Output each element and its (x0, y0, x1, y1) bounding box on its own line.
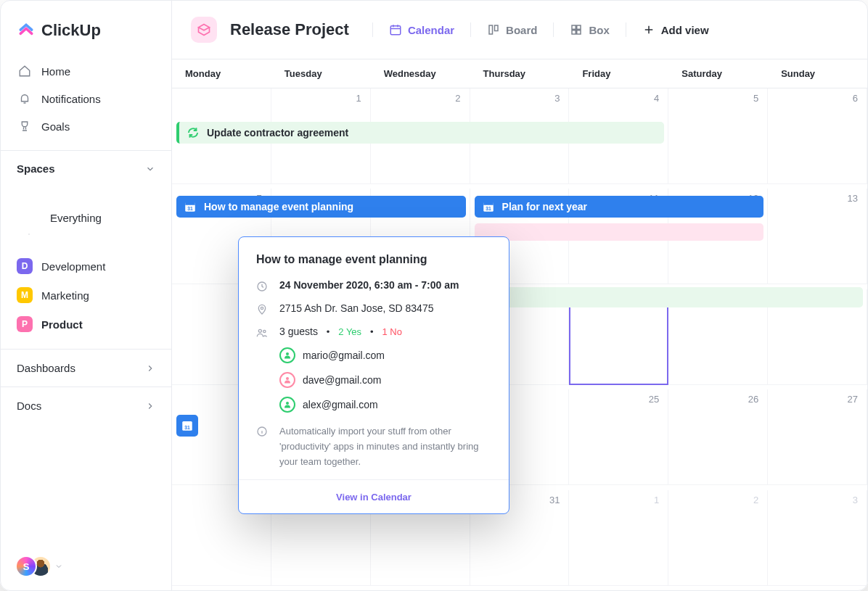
svg-rect-10 (577, 30, 581, 34)
popover-description-row: Automatically import your stuff from oth… (256, 424, 491, 469)
plus-icon (642, 23, 655, 36)
everything-icon (21, 223, 37, 245)
event-contractor-label: Update contractor agreement (207, 127, 348, 139)
spaces-header-label: Spaces (17, 162, 55, 175)
event-pink-bar[interactable] (475, 223, 764, 241)
calendar-cell[interactable]: 6 (768, 88, 867, 184)
chevron-right-icon (145, 401, 155, 411)
spaces-header[interactable]: Spaces (1, 150, 171, 182)
box-icon (570, 23, 583, 36)
spaces-list: Everything D Development M Marketing P P… (1, 182, 171, 349)
date-number: 1 (654, 495, 659, 505)
popover-datetime-row: 24 November 2020, 6:30 am - 7:00 am (256, 279, 491, 292)
space-everything-label: Everything (50, 212, 102, 224)
calendar-cell[interactable]: 2 (668, 490, 768, 586)
section-docs[interactable]: Docs (1, 387, 171, 424)
event-blue-stub[interactable]: 31 (176, 415, 198, 437)
calendar-cell[interactable]: 25 (569, 389, 668, 485)
space-marketing[interactable]: M Marketing (8, 281, 164, 310)
event-manage[interactable]: 31 How to manage event planning (176, 196, 466, 218)
section-dashboards[interactable]: Dashboards (1, 349, 171, 387)
calendar-cell[interactable]: 5 (668, 88, 768, 184)
space-product-label: Product (41, 318, 83, 331)
svg-point-24 (286, 377, 289, 380)
event-plan[interactable]: 31 Plan for next year (475, 196, 764, 218)
svg-point-25 (286, 402, 289, 405)
project-icon (191, 17, 217, 43)
location-icon (256, 304, 268, 315)
date-number: 2 (753, 495, 758, 505)
clickup-logo-icon (17, 21, 36, 40)
chevron-right-icon (145, 363, 155, 373)
date-number: 3 (554, 93, 560, 104)
calendar-header-row: Monday Tuesday Wednesday Thursday Friday… (172, 59, 867, 88)
view-tab-calendar[interactable]: Calendar (386, 19, 457, 41)
trophy-icon (18, 120, 31, 133)
guest-list: mario@gmail.com dave@gmail.com alex@gmai… (279, 343, 491, 417)
guest-email: alex@gmail.com (303, 399, 378, 410)
package-icon (197, 22, 211, 37)
brand-name: ClickUp (41, 21, 101, 40)
person-icon (279, 347, 295, 363)
brand[interactable]: ClickUp (1, 1, 171, 56)
main: Release Project Calendar Board Box Add v… (172, 1, 867, 590)
nav-home[interactable]: Home (8, 57, 164, 85)
calendar-cell[interactable]: 13 (768, 189, 867, 284)
space-development[interactable]: D Development (8, 252, 164, 281)
date-number: 4 (654, 93, 659, 104)
board-icon (487, 23, 500, 36)
event-contractor[interactable]: Update contractor agreement (176, 122, 664, 144)
chevron-down-icon (54, 562, 63, 571)
guest-row[interactable]: alex@gmail.com (279, 392, 491, 417)
view-tab-board[interactable]: Board (484, 19, 540, 41)
nav-home-label: Home (41, 65, 70, 78)
date-number: 31 (549, 495, 560, 505)
day-header: Sunday (768, 59, 867, 88)
calendar-cell[interactable]: 1 (569, 490, 668, 586)
date-number: 3 (853, 495, 858, 505)
user-switcher[interactable] (1, 542, 171, 590)
view-tab-calendar-label: Calendar (408, 24, 454, 36)
svg-rect-15 (483, 202, 494, 205)
space-badge-p: P (17, 316, 33, 332)
day-header: Friday (569, 59, 668, 88)
svg-point-21 (258, 329, 261, 332)
date-number: 25 (649, 394, 659, 405)
add-view-button[interactable]: Add view (639, 19, 712, 41)
event-green-bar[interactable] (475, 287, 863, 307)
space-product[interactable]: P Product (8, 310, 164, 339)
svg-rect-7 (572, 25, 576, 29)
home-icon (18, 65, 31, 78)
svg-rect-9 (572, 30, 576, 34)
svg-text:31: 31 (184, 425, 190, 430)
calendar-grid[interactable]: 1234567111213141819202125262728293031123… (172, 88, 867, 590)
popover-title: How to manage event planning (256, 253, 491, 266)
chevron-down-icon (145, 164, 155, 174)
event-popover: How to manage event planning 24 November… (238, 236, 509, 514)
date-number: 27 (848, 394, 858, 405)
view-in-calendar-link[interactable]: View in Calendar (336, 492, 412, 503)
guest-row[interactable]: mario@gmail.com (279, 343, 491, 368)
date-number: 26 (748, 394, 758, 405)
nav-notifications[interactable]: Notifications (8, 85, 164, 112)
calendar-cell[interactable]: 26 (668, 389, 768, 485)
popover-location-row: 2715 Ash Dr. San Jose, SD 83475 (256, 302, 491, 315)
svg-rect-8 (577, 25, 581, 29)
day-header: Saturday (668, 59, 768, 88)
nav-goals[interactable]: Goals (8, 112, 164, 140)
app-window: ClickUp Home Notifications Goals Spaces (0, 0, 868, 591)
section-docs-label: Docs (17, 400, 41, 412)
calendar-date-icon: 31 (184, 200, 197, 213)
calendar-cell[interactable]: 27 (768, 389, 867, 485)
guest-row[interactable]: dave@gmail.com (279, 368, 491, 392)
space-everything[interactable]: Everything (8, 183, 164, 252)
calendar-date-icon: 31 (482, 200, 495, 213)
calendar-icon (389, 23, 402, 36)
popover-footer: View in Calendar (239, 479, 509, 513)
bell-icon (18, 92, 31, 105)
calendar-cell[interactable]: 3 (768, 490, 867, 586)
view-tab-box[interactable]: Box (567, 19, 612, 41)
add-view-label: Add view (661, 24, 709, 36)
popover-description: Automatically import your stuff from oth… (279, 424, 491, 469)
svg-text:31: 31 (187, 206, 193, 211)
